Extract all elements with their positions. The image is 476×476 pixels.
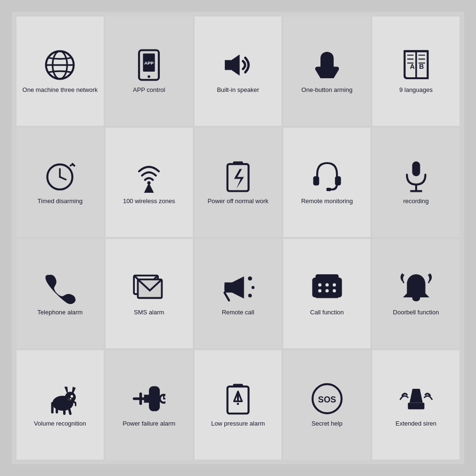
microphone-icon <box>400 160 433 193</box>
siren-icon <box>400 382 433 415</box>
cell-builtin-speaker: Built-in speaker <box>195 16 282 126</box>
cell-remote-call: Remote call <box>195 239 282 348</box>
volume-recognition-label: Volume recognition <box>34 420 86 428</box>
svg-point-39 <box>318 289 321 292</box>
svg-rect-20 <box>335 176 341 186</box>
svg-point-38 <box>333 283 336 286</box>
svg-text:B: B <box>419 63 424 70</box>
call-function-label: Call function <box>310 309 344 317</box>
svg-point-30 <box>248 276 252 280</box>
clock-icon <box>43 160 76 193</box>
svg-rect-63 <box>412 389 420 392</box>
svg-rect-28 <box>224 284 232 290</box>
phone-handset-icon <box>43 271 76 304</box>
svg-marker-15 <box>144 183 154 193</box>
cell-extended-siren: Extended siren <box>372 350 460 460</box>
svg-rect-62 <box>408 402 424 409</box>
low-pressure-label: Low pressure alarm <box>211 420 265 428</box>
secret-help-label: Secret help <box>312 420 343 428</box>
app-control-label: APP control <box>133 86 165 94</box>
globe-icon <box>43 49 76 82</box>
cell-remote-monitoring: Remote monitoring <box>283 128 370 237</box>
svg-rect-22 <box>412 161 420 176</box>
svg-point-6 <box>148 75 150 78</box>
cell-sms-alarm: SMS alarm <box>106 239 193 348</box>
old-phone-icon <box>311 271 344 304</box>
wifi-tower-icon <box>132 160 165 193</box>
cell-doorbell-function: Doorbell function <box>372 239 460 348</box>
power-off-label: Power off normal work <box>207 197 268 205</box>
svg-marker-18 <box>234 169 244 189</box>
svg-line-29 <box>224 292 229 300</box>
cell-secret-help: SOS Secret help <box>283 350 370 460</box>
svg-line-50 <box>69 408 70 414</box>
power-failure-label: Power failure alarm <box>123 420 175 428</box>
svg-point-46 <box>70 398 72 399</box>
headset-icon <box>311 160 344 193</box>
svg-text:SOS: SOS <box>318 395 336 404</box>
svg-point-43 <box>65 392 76 402</box>
battery-warning-icon: ! <box>222 382 254 415</box>
svg-rect-21 <box>326 188 331 191</box>
cell-volume-recognition: Volume recognition <box>16 350 104 460</box>
svg-rect-19 <box>313 176 319 186</box>
cell-telephone-alarm: Telephone alarm <box>16 239 104 348</box>
languages-label: 9 languages <box>399 86 433 94</box>
svg-point-40 <box>325 289 328 292</box>
svg-point-41 <box>333 289 336 292</box>
svg-text:A: A <box>410 63 414 70</box>
cell-languages: A B 9 languages <box>372 16 460 126</box>
extended-siren-label: Extended siren <box>395 420 436 428</box>
remote-monitoring-label: Remote monitoring <box>301 197 353 205</box>
envelope-icon <box>132 271 165 304</box>
svg-point-45 <box>67 398 72 401</box>
svg-point-44 <box>71 395 73 397</box>
cell-one-machine: One machine three network <box>16 16 104 126</box>
cell-recording: recording <box>372 128 460 237</box>
svg-marker-7 <box>225 54 240 75</box>
cell-one-button: One-button arming <box>283 16 370 126</box>
dog-icon <box>43 382 76 415</box>
svg-point-36 <box>318 283 321 286</box>
cell-power-off: Power off normal work <box>195 128 282 237</box>
speaker-icon <box>222 49 254 82</box>
battery-bolt-icon <box>222 160 254 193</box>
finger-icon <box>311 49 344 82</box>
one-button-label: One-button arming <box>302 86 353 94</box>
svg-point-59 <box>237 398 239 400</box>
cell-wireless-zones: 100 wireless zones <box>106 128 193 237</box>
features-grid: One machine three network APP APP contro… <box>12 12 464 464</box>
doorbell-function-label: Doorbell function <box>393 309 439 317</box>
timed-disarming-label: Timed disarming <box>38 197 83 205</box>
svg-point-32 <box>248 294 252 297</box>
wireless-zones-label: 100 wireless zones <box>123 197 175 205</box>
power-plug-icon <box>132 382 165 415</box>
cell-timed-disarming: Timed disarming <box>16 128 104 237</box>
cell-low-pressure: ! Low pressure alarm <box>195 350 282 460</box>
svg-point-37 <box>325 283 328 286</box>
book-icon: A B <box>400 49 433 82</box>
cell-power-failure: Power failure alarm <box>106 350 193 460</box>
megaphone-icon <box>222 271 254 304</box>
sos-icon: SOS <box>311 382 344 415</box>
cell-app-control: APP APP control <box>106 16 193 126</box>
builtin-speaker-label: Built-in speaker <box>217 86 259 94</box>
telephone-alarm-label: Telephone alarm <box>37 309 82 317</box>
svg-point-31 <box>252 286 254 288</box>
svg-text:APP: APP <box>144 60 154 65</box>
bell-ring-icon <box>400 271 433 304</box>
sms-alarm-label: SMS alarm <box>134 309 164 317</box>
remote-call-label: Remote call <box>222 309 254 317</box>
svg-rect-35 <box>315 294 338 298</box>
one-machine-label: One machine three network <box>23 86 98 94</box>
phone-icon: APP <box>132 49 165 82</box>
svg-line-12 <box>60 177 66 180</box>
recording-label: recording <box>403 197 428 205</box>
svg-rect-34 <box>315 274 338 281</box>
cell-call-function: Call function <box>283 239 370 348</box>
